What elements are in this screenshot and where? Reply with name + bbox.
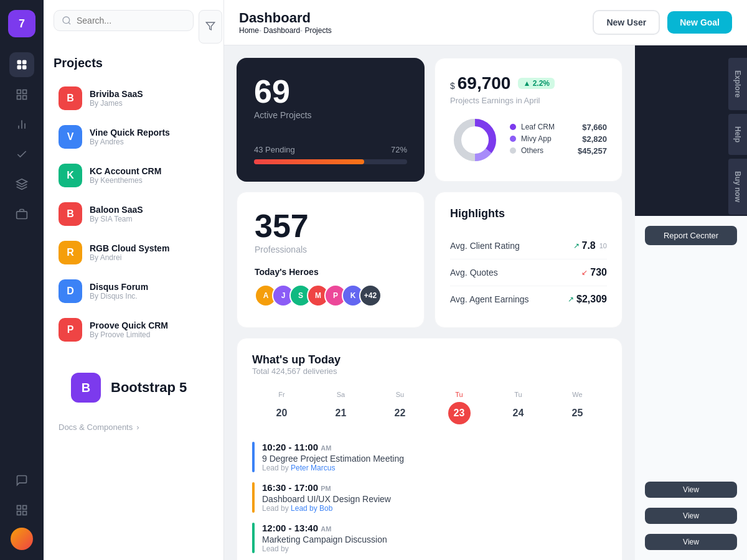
project-icon: V (59, 125, 82, 149)
tab-buy-now[interactable]: Buy now (728, 159, 747, 215)
highlight-value-group: ↗ 7.8 10 (573, 240, 608, 251)
sidebar-icon-briefcase[interactable] (9, 202, 34, 226)
progress-bar-fill (254, 159, 364, 164)
highlight-arrow: ↗ (573, 241, 580, 250)
dashboard-body: 69 Active Projects 43 Pending 72% $ (224, 45, 747, 560)
professionals-count: 357 (255, 210, 406, 242)
highlight-name: Avg. Agent Earnings (450, 294, 529, 304)
search-bar[interactable] (54, 10, 194, 31)
report-center-button[interactable]: Report Cecnter (645, 226, 737, 245)
tab-explore[interactable]: Explore (728, 58, 747, 110)
legend-value: $2,820 (582, 134, 607, 144)
calendar-day[interactable]: Su 22 (370, 386, 430, 429)
svg-rect-14 (23, 506, 27, 510)
right-panel: Explore Help Buy now Report Cecnter View… (635, 45, 747, 560)
header-left: Dashboard Home- Dashboard- Projects (239, 10, 332, 35)
svg-line-18 (68, 22, 70, 24)
event-lead: Lead by (262, 544, 607, 553)
day-number: 22 (389, 402, 411, 424)
bootstrap-card[interactable]: B Bootstrap 5 (59, 360, 209, 415)
highlight-row: Avg. Agent Earnings ↗ $2,309 (450, 286, 607, 312)
event-lead-link[interactable]: Peter Marcus (291, 464, 335, 472)
project-icon: R (59, 241, 82, 264)
view-button-2[interactable]: View (645, 508, 737, 524)
calendar-days[interactable]: Fr 20 Sa 21 Su 22 Tu 23 Tu 24 We 25 (252, 386, 607, 429)
highlight-row: Avg. Quotes ↙ 730 (450, 259, 607, 286)
project-by: By Disqus Inc. (90, 292, 148, 301)
view-button-3[interactable]: View (645, 534, 737, 550)
sidebar-icon-layers[interactable] (9, 172, 34, 197)
svg-rect-15 (23, 511, 27, 515)
project-info: Disqus Forum By Disqus Inc. (90, 282, 148, 301)
event-period: AM (321, 444, 331, 452)
day-name: Su (373, 391, 427, 398)
docs-label[interactable]: Docs & Components › (54, 422, 214, 432)
sidebar-icon-message[interactable] (9, 468, 34, 493)
calendar-day[interactable]: We 25 (548, 386, 607, 429)
svg-rect-5 (23, 90, 27, 94)
project-item[interactable]: P Proove Quick CRM By Proove Limited (54, 312, 214, 348)
sidebar: 7 (0, 0, 44, 560)
heroes-label: Today's Heroes (255, 267, 406, 277)
calendar-day[interactable]: Fr 20 (252, 386, 311, 429)
sidebar-icon-chart[interactable] (9, 112, 34, 137)
project-item[interactable]: R RGB Cloud System By Andrei (54, 235, 214, 271)
project-item[interactable]: V Vine Quick Reports By Andres (54, 119, 214, 155)
calendar-subtitle: Total 424,567 deliveries (252, 366, 607, 376)
svg-rect-6 (23, 96, 27, 100)
legend-name: Mivy App (521, 134, 552, 143)
active-projects-card: 69 Active Projects 43 Pending 72% (237, 58, 425, 182)
pending-row: 43 Pending 72% (254, 145, 407, 154)
view-button-1[interactable]: View (645, 482, 737, 498)
search-input[interactable] (77, 16, 186, 26)
legend-name: Others (521, 146, 543, 155)
stats-row: 357 Professionals Today's Heroes AJSMPK+… (237, 192, 622, 328)
avatar[interactable] (11, 528, 33, 550)
sidebar-icon-apps[interactable] (9, 82, 34, 107)
svg-marker-19 (206, 22, 214, 30)
project-by: By James (90, 99, 143, 108)
sidebar-icon-grid[interactable] (9, 52, 34, 77)
project-name: KC Account CRM (90, 166, 161, 176)
legend-value: $45,257 (578, 146, 607, 156)
day-number: 20 (271, 402, 293, 424)
projects-panel: Projects B Briviba SaaS By James V Vine … (44, 0, 224, 560)
project-icon: K (59, 164, 82, 187)
event-content: 12:00 - 13:40 AM Marketing Campaign Disc… (262, 523, 607, 553)
tab-help[interactable]: Help (728, 114, 747, 155)
event-time: 16:30 - 17:00 PM (262, 482, 607, 493)
calendar-day[interactable]: Tu 24 (489, 386, 548, 429)
day-name: Tu (432, 391, 486, 398)
day-name: Fr (255, 391, 309, 398)
project-by: By Andres (90, 138, 170, 146)
dashboard-main: 69 Active Projects 43 Pending 72% $ (224, 45, 635, 560)
project-item[interactable]: K KC Account CRM By Keenthemes (54, 157, 214, 194)
sidebar-user-number[interactable]: 7 (8, 10, 35, 37)
project-info: Baloon SaaS By SIA Team (90, 205, 143, 223)
day-name: Sa (314, 391, 368, 398)
new-goal-button[interactable]: New Goal (667, 11, 732, 34)
project-item[interactable]: D Disqus Forum By Disqus Inc. (54, 273, 214, 309)
svg-marker-11 (17, 179, 27, 184)
calendar-header: What's up Today Total 424,567 deliveries (252, 353, 607, 376)
project-name: Baloon SaaS (90, 205, 143, 215)
project-icon: D (59, 279, 82, 303)
day-number: 23 (448, 402, 471, 424)
filter-button[interactable] (199, 10, 222, 44)
active-projects-count: 69 (254, 75, 407, 108)
project-icon: B (59, 202, 82, 226)
sidebar-icon-grid2[interactable] (9, 498, 34, 523)
pending-text: 43 Pending (254, 145, 295, 154)
earnings-amount: 69,700 (458, 73, 511, 93)
event-lead-link[interactable]: Lead by Bob (291, 504, 332, 513)
calendar-day[interactable]: Sa 21 (311, 386, 370, 429)
sidebar-icon-check[interactable] (9, 142, 34, 167)
new-user-button[interactable]: New User (593, 10, 660, 35)
highlights-rows: Avg. Client Rating ↗ 7.8 10 Avg. Quotes … (450, 233, 607, 312)
legend-dot (510, 147, 516, 154)
calendar-day[interactable]: Tu 23 (430, 386, 489, 429)
project-item[interactable]: B Briviba SaaS By James (54, 80, 214, 116)
project-item[interactable]: B Baloon SaaS By SIA Team (54, 196, 214, 232)
project-icon: P (59, 318, 82, 342)
highlights-title: Highlights (450, 207, 607, 220)
